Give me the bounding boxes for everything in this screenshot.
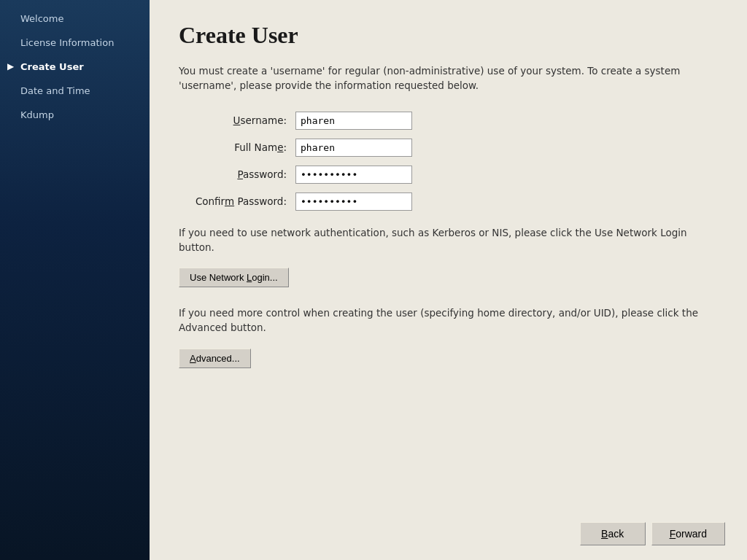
sidebar-item-welcome[interactable]: Welcome <box>0 7 150 31</box>
sidebar-item-create-user[interactable]: ▶ Create User <box>0 55 150 79</box>
back-label: Back <box>601 528 624 540</box>
sidebar-item-date-and-time[interactable]: Date and Time <box>0 79 150 104</box>
sidebar-item-license-information[interactable]: License Information <box>0 31 150 55</box>
fullname-label: Full Name: <box>179 141 295 153</box>
sidebar-item-label: Date and Time <box>20 85 90 98</box>
fullname-row: Full Name: <box>179 139 718 157</box>
password-input[interactable] <box>295 166 412 184</box>
sidebar-item-kdump[interactable]: Kdump <box>0 104 150 128</box>
network-auth-text: If you need to use network authenticatio… <box>179 225 718 255</box>
arrow-icon: ▶ <box>7 61 14 73</box>
description-text: You must create a 'username' for regular… <box>179 63 718 93</box>
forward-button[interactable]: Forward <box>651 522 725 545</box>
password-label: Password: <box>179 168 295 180</box>
page-title: Create User <box>179 22 718 49</box>
sidebar-item-label: Kdump <box>20 109 54 122</box>
username-label: Username: <box>179 114 295 126</box>
sidebar-item-label: Create User <box>20 61 84 74</box>
username-row: Username: <box>179 112 718 130</box>
bottom-navigation: Back Forward <box>580 522 725 545</box>
use-network-login-button[interactable]: Use Network Login... <box>179 268 289 287</box>
username-input[interactable] <box>295 112 412 130</box>
confirm-password-row: Confirm Password: <box>179 192 718 211</box>
advanced-button[interactable]: Advanced... <box>179 349 251 368</box>
advanced-text: If you need more control when creating t… <box>179 306 718 335</box>
sidebar-item-label: License Information <box>20 37 114 50</box>
confirm-password-label: Confirm Password: <box>179 195 295 207</box>
fullname-input[interactable] <box>295 139 412 157</box>
back-button[interactable]: Back <box>580 522 646 545</box>
use-network-login-label: Use Network Login... <box>190 272 278 283</box>
password-row: Password: <box>179 166 718 184</box>
forward-label: Forward <box>670 528 707 540</box>
sidebar-item-label: Welcome <box>20 13 63 26</box>
sidebar: Welcome License Information ▶ Create Use… <box>0 0 150 560</box>
advanced-label: Advanced... <box>190 353 240 364</box>
main-panel: Create User You must create a 'username'… <box>150 0 747 560</box>
confirm-password-input[interactable] <box>295 192 412 211</box>
user-form: Username: Full Name: Password: Confirm P… <box>179 112 718 211</box>
